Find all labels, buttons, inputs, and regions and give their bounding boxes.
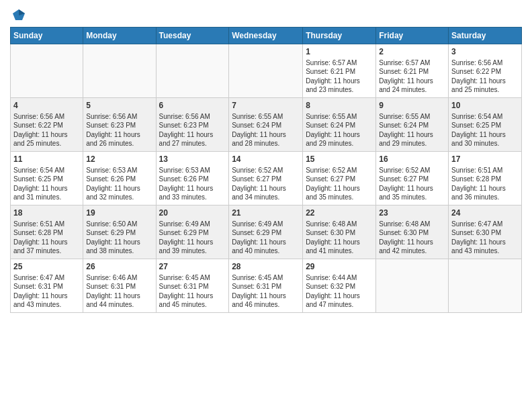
header-row-days: SundayMondayTuesdayWednesdayThursdayFrid… xyxy=(11,28,522,44)
day-number: 11 xyxy=(13,154,80,165)
day-info: Sunrise: 6:45 AM Sunset: 6:31 PM Dayligh… xyxy=(159,273,226,310)
calendar-cell: 27Sunrise: 6:45 AM Sunset: 6:31 PM Dayli… xyxy=(156,259,229,313)
day-info: Sunrise: 6:56 AM Sunset: 6:23 PM Dayligh… xyxy=(159,112,226,148)
calendar-cell: 8Sunrise: 6:55 AM Sunset: 6:24 PM Daylig… xyxy=(303,98,376,152)
header-sunday: Sunday xyxy=(11,28,83,44)
header-friday: Friday xyxy=(376,28,449,44)
day-info: Sunrise: 6:51 AM Sunset: 6:28 PM Dayligh… xyxy=(451,166,519,202)
day-number: 25 xyxy=(13,261,80,273)
calendar-cell: 1Sunrise: 6:57 AM Sunset: 6:21 PM Daylig… xyxy=(303,44,376,98)
calendar-cell: 7Sunrise: 6:55 AM Sunset: 6:24 PM Daylig… xyxy=(229,98,303,152)
calendar-cell: 2Sunrise: 6:57 AM Sunset: 6:21 PM Daylig… xyxy=(376,44,449,98)
day-info: Sunrise: 6:50 AM Sunset: 6:29 PM Dayligh… xyxy=(86,220,152,256)
day-info: Sunrise: 6:46 AM Sunset: 6:31 PM Dayligh… xyxy=(86,273,152,310)
calendar-cell: 26Sunrise: 6:46 AM Sunset: 6:31 PM Dayli… xyxy=(83,259,156,313)
day-number: 12 xyxy=(86,154,152,165)
day-info: Sunrise: 6:55 AM Sunset: 6:24 PM Dayligh… xyxy=(379,112,445,148)
day-number: 9 xyxy=(379,100,445,111)
calendar-cell: 10Sunrise: 6:54 AM Sunset: 6:25 PM Dayli… xyxy=(449,98,522,152)
day-info: Sunrise: 6:44 AM Sunset: 6:32 PM Dayligh… xyxy=(306,273,373,310)
calendar-week-2: 4Sunrise: 6:56 AM Sunset: 6:22 PM Daylig… xyxy=(11,98,522,152)
day-info: Sunrise: 6:48 AM Sunset: 6:30 PM Dayligh… xyxy=(306,220,373,256)
day-info: Sunrise: 6:47 AM Sunset: 6:31 PM Dayligh… xyxy=(13,273,80,310)
calendar-body: 1Sunrise: 6:57 AM Sunset: 6:21 PM Daylig… xyxy=(11,44,522,313)
calendar-cell: 23Sunrise: 6:48 AM Sunset: 6:30 PM Dayli… xyxy=(376,205,449,259)
calendar-table: SundayMondayTuesdayWednesdayThursdayFrid… xyxy=(10,27,522,313)
day-number: 15 xyxy=(306,154,373,165)
calendar-cell xyxy=(11,44,83,98)
day-number: 24 xyxy=(451,208,519,219)
header-monday: Monday xyxy=(83,28,156,44)
day-number: 5 xyxy=(86,100,152,111)
calendar-cell xyxy=(376,259,449,313)
day-number: 23 xyxy=(379,208,445,219)
day-info: Sunrise: 6:56 AM Sunset: 6:23 PM Dayligh… xyxy=(86,112,152,148)
calendar-cell: 17Sunrise: 6:51 AM Sunset: 6:28 PM Dayli… xyxy=(449,152,522,205)
calendar-cell: 24Sunrise: 6:47 AM Sunset: 6:30 PM Dayli… xyxy=(449,205,522,259)
day-number: 2 xyxy=(379,46,445,58)
calendar-cell: 28Sunrise: 6:45 AM Sunset: 6:31 PM Dayli… xyxy=(229,259,303,313)
day-info: Sunrise: 6:55 AM Sunset: 6:24 PM Dayligh… xyxy=(232,112,300,148)
calendar-header: SundayMondayTuesdayWednesdayThursdayFrid… xyxy=(11,28,522,44)
day-info: Sunrise: 6:48 AM Sunset: 6:30 PM Dayligh… xyxy=(379,220,445,256)
day-number: 22 xyxy=(306,208,373,219)
day-info: Sunrise: 6:52 AM Sunset: 6:27 PM Dayligh… xyxy=(306,166,373,202)
day-info: Sunrise: 6:52 AM Sunset: 6:27 PM Dayligh… xyxy=(379,166,445,202)
day-number: 18 xyxy=(13,208,80,219)
logo-flag-icon xyxy=(11,8,26,23)
day-info: Sunrise: 6:56 AM Sunset: 6:22 PM Dayligh… xyxy=(13,112,80,148)
day-number: 19 xyxy=(86,208,152,219)
header-wednesday: Wednesday xyxy=(229,28,303,44)
day-number: 21 xyxy=(232,208,300,219)
day-info: Sunrise: 6:53 AM Sunset: 6:26 PM Dayligh… xyxy=(86,166,152,202)
day-number: 3 xyxy=(451,46,519,58)
day-info: Sunrise: 6:56 AM Sunset: 6:22 PM Dayligh… xyxy=(451,58,519,95)
calendar-cell xyxy=(449,259,522,313)
day-number: 13 xyxy=(159,154,226,165)
day-number: 6 xyxy=(159,100,226,111)
day-number: 26 xyxy=(86,261,152,273)
day-info: Sunrise: 6:53 AM Sunset: 6:26 PM Dayligh… xyxy=(159,166,226,202)
calendar-cell: 29Sunrise: 6:44 AM Sunset: 6:32 PM Dayli… xyxy=(303,259,376,313)
day-number: 10 xyxy=(451,100,519,111)
calendar-week-1: 1Sunrise: 6:57 AM Sunset: 6:21 PM Daylig… xyxy=(11,44,522,98)
calendar-cell: 16Sunrise: 6:52 AM Sunset: 6:27 PM Dayli… xyxy=(376,152,449,205)
day-info: Sunrise: 6:55 AM Sunset: 6:24 PM Dayligh… xyxy=(306,112,373,148)
calendar-cell: 12Sunrise: 6:53 AM Sunset: 6:26 PM Dayli… xyxy=(83,152,156,205)
header-saturday: Saturday xyxy=(449,28,522,44)
calendar-cell: 6Sunrise: 6:56 AM Sunset: 6:23 PM Daylig… xyxy=(156,98,229,152)
calendar-cell xyxy=(83,44,156,98)
calendar-week-5: 25Sunrise: 6:47 AM Sunset: 6:31 PM Dayli… xyxy=(11,259,522,313)
day-number: 17 xyxy=(451,154,519,165)
day-info: Sunrise: 6:49 AM Sunset: 6:29 PM Dayligh… xyxy=(232,220,300,256)
day-number: 8 xyxy=(306,100,373,111)
header-thursday: Thursday xyxy=(303,28,376,44)
calendar-cell: 25Sunrise: 6:47 AM Sunset: 6:31 PM Dayli… xyxy=(11,259,83,313)
day-number: 1 xyxy=(306,46,373,58)
calendar-cell: 11Sunrise: 6:54 AM Sunset: 6:25 PM Dayli… xyxy=(11,152,83,205)
calendar-cell: 22Sunrise: 6:48 AM Sunset: 6:30 PM Dayli… xyxy=(303,205,376,259)
calendar-cell: 9Sunrise: 6:55 AM Sunset: 6:24 PM Daylig… xyxy=(376,98,449,152)
day-number: 4 xyxy=(13,100,80,111)
day-info: Sunrise: 6:57 AM Sunset: 6:21 PM Dayligh… xyxy=(379,58,445,95)
calendar-week-3: 11Sunrise: 6:54 AM Sunset: 6:25 PM Dayli… xyxy=(11,152,522,205)
day-info: Sunrise: 6:54 AM Sunset: 6:25 PM Dayligh… xyxy=(451,112,519,148)
calendar-cell: 20Sunrise: 6:49 AM Sunset: 6:29 PM Dayli… xyxy=(156,205,229,259)
day-info: Sunrise: 6:49 AM Sunset: 6:29 PM Dayligh… xyxy=(159,220,226,256)
logo xyxy=(10,9,26,23)
day-number: 27 xyxy=(159,261,226,273)
day-number: 14 xyxy=(232,154,300,165)
page: SundayMondayTuesdayWednesdayThursdayFrid… xyxy=(0,0,532,320)
day-number: 20 xyxy=(159,208,226,219)
calendar-cell: 3Sunrise: 6:56 AM Sunset: 6:22 PM Daylig… xyxy=(449,44,522,98)
day-info: Sunrise: 6:54 AM Sunset: 6:25 PM Dayligh… xyxy=(13,166,80,202)
header-tuesday: Tuesday xyxy=(156,28,229,44)
day-info: Sunrise: 6:45 AM Sunset: 6:31 PM Dayligh… xyxy=(232,273,300,310)
calendar-cell: 14Sunrise: 6:52 AM Sunset: 6:27 PM Dayli… xyxy=(229,152,303,205)
calendar-cell xyxy=(229,44,303,98)
day-number: 7 xyxy=(232,100,300,111)
calendar-cell: 21Sunrise: 6:49 AM Sunset: 6:29 PM Dayli… xyxy=(229,205,303,259)
day-info: Sunrise: 6:51 AM Sunset: 6:28 PM Dayligh… xyxy=(13,220,80,256)
calendar-cell: 15Sunrise: 6:52 AM Sunset: 6:27 PM Dayli… xyxy=(303,152,376,205)
calendar-cell: 19Sunrise: 6:50 AM Sunset: 6:29 PM Dayli… xyxy=(83,205,156,259)
